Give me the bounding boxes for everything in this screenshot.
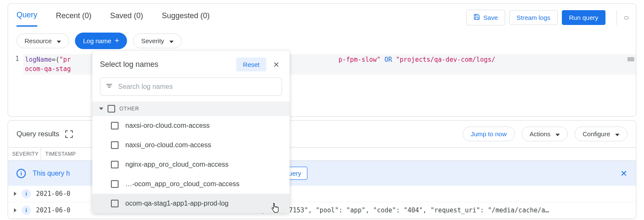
option-checkbox[interactable] [111,141,119,149]
severity-filter-pill[interactable]: Severity [133,33,181,48]
option-label: nginx-app_oro_cloud_com-access [125,161,229,168]
log-name-selector-popover: Select log names Reset ✕ OTHER naxsi-oro… [92,51,290,213]
chevron-down-icon [554,130,560,138]
log-name-option[interactable]: nginx-app_oro_cloud_com-access [92,155,290,174]
editor-minimap [627,57,634,61]
group-label: OTHER [119,106,139,112]
line-gutter: 1 [8,54,23,74]
filter-pills-row: Resource Log name + Severity [8,27,636,54]
chevron-down-icon [55,37,61,44]
search-input[interactable] [118,83,276,91]
log-name-options-list[interactable]: naxsi-oro-cloud.com-access naxsi_oro-clo… [92,116,290,213]
log-timestamp: 2021-06-0 [36,190,70,198]
option-label: ocom-qa-stag1-app1-app-prod-log [125,200,229,207]
expand-icon: ︿﹀ [624,14,630,22]
log-name-option[interactable]: ocom-qa-stag1-app1-app-prod-log [92,194,290,213]
log-name-filter-pill[interactable]: Log name + [75,33,127,49]
close-icon[interactable]: ✕ [620,168,627,179]
results-title: Query results [17,130,59,138]
chevron-down-icon [99,107,103,110]
group-checkbox[interactable] [108,105,115,113]
option-checkbox[interactable] [111,161,119,168]
log-timestamp: 2021-06-0 [36,206,70,214]
save-icon [473,14,480,22]
top-actions: Save Stream logs Run query ︿﹀ [466,10,628,25]
actions-menu[interactable]: Actions [522,126,568,141]
log-group-header[interactable]: OTHER [92,102,290,116]
log-name-option[interactable]: naxsi_oro-cloud.com-access [92,135,290,155]
stream-logs-button[interactable]: Stream logs [509,10,558,25]
popover-title: Select log names [100,60,232,69]
filter-list-icon [105,82,113,91]
configure-label: Configure [583,130,610,138]
search-log-names-field[interactable] [100,77,282,96]
run-query-button[interactable]: Run query [562,10,605,25]
option-checkbox[interactable] [111,180,119,188]
actions-label: Actions [530,130,550,138]
plus-icon: + [115,36,119,45]
reset-button[interactable]: Reset [236,58,266,72]
tab-suggested[interactable]: Suggested (0) [162,8,210,26]
log-summary: "pid": "7153", "pool": "app", "code": "4… [258,206,630,214]
chevron-down-icon [168,37,174,44]
log-name-option[interactable]: …-ocom_app_oro_cloud_com-access [92,174,290,194]
severity-label: Severity [141,37,164,44]
option-checkbox[interactable] [111,200,119,207]
tab-recent[interactable]: Recent (0) [56,8,91,26]
col-timestamp: TIMESTAMP [41,148,80,160]
resource-label: Resource [25,37,52,44]
option-checkbox[interactable] [111,122,119,129]
save-label: Save [484,14,498,21]
log-name-option[interactable]: naxsi-oro-cloud.com-access [92,116,290,135]
info-icon: i [17,169,26,178]
fullscreen-icon[interactable] [65,130,73,138]
chevron-down-icon [614,130,619,138]
severity-info-icon: i [22,189,31,198]
jump-to-now-button[interactable]: Jump to now [463,126,515,141]
severity-info-icon: i [22,206,31,215]
expand-panel-toggle[interactable]: ︿﹀ [616,11,628,25]
expand-row-icon[interactable] [14,192,17,196]
resource-filter-pill[interactable]: Resource [17,33,69,48]
option-label: …-ocom_app_oro_cloud_com-access [125,180,239,188]
option-label: naxsi_oro-cloud.com-access [125,141,211,149]
save-button[interactable]: Save [466,10,505,25]
tab-query[interactable]: Query [17,7,37,27]
close-icon[interactable]: ✕ [271,58,282,71]
notice-text: This query h [33,170,70,177]
configure-menu[interactable]: Configure [575,126,627,141]
option-label: naxsi-oro-cloud.com-access [125,122,210,129]
col-severity: SEVERITY [8,148,41,160]
log-name-label: Log name [83,37,111,44]
expand-row-icon[interactable] [14,208,17,212]
tab-saved[interactable]: Saved (0) [110,8,143,26]
